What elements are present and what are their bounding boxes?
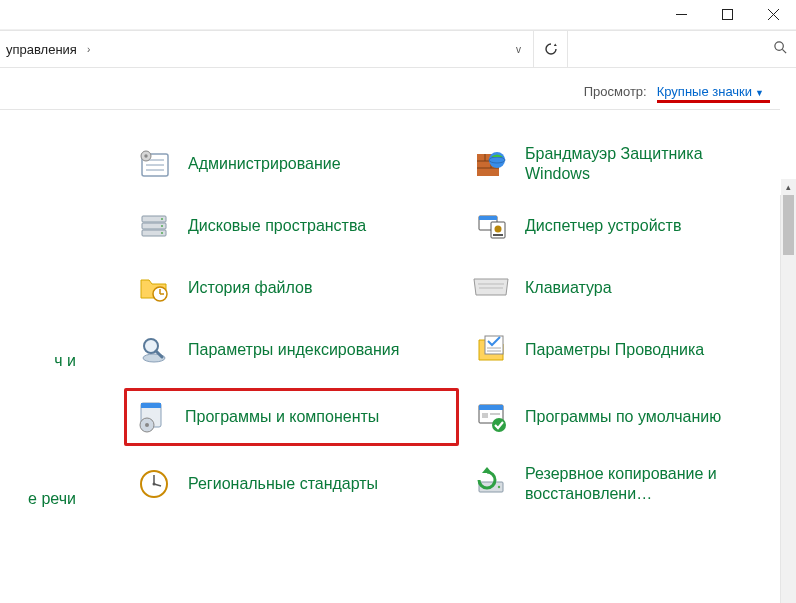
svg-point-24	[161, 225, 163, 227]
svg-rect-30	[493, 234, 503, 236]
item-label: Параметры Проводника	[525, 340, 704, 360]
svg-point-23	[161, 218, 163, 220]
indexing-icon	[134, 330, 174, 370]
scrollbar-thumb[interactable]	[783, 195, 794, 255]
svg-point-29	[495, 226, 502, 233]
history-dropdown-icon[interactable]: v	[510, 44, 527, 55]
item-label: Программы и компоненты	[185, 407, 379, 427]
cropped-left-column: ч и е речи	[0, 110, 80, 596]
close-button[interactable]	[750, 0, 796, 30]
item-label: Дисковые пространства	[188, 216, 366, 236]
svg-point-5	[775, 42, 783, 50]
svg-rect-47	[479, 405, 503, 410]
svg-rect-43	[141, 403, 161, 408]
gear-list-icon	[134, 144, 174, 184]
view-mode-row: Просмотр: Крупные значки▼	[0, 68, 796, 109]
view-mode-dropdown[interactable]: Крупные значки▼	[657, 84, 764, 99]
item-indexing-options[interactable]: Параметры индексирования	[130, 326, 459, 374]
svg-rect-1	[722, 10, 732, 20]
svg-marker-4	[553, 44, 556, 47]
item-default-programs[interactable]: Программы по умолчанию	[467, 388, 796, 446]
item-regional-settings[interactable]: Региональные стандарты	[130, 460, 459, 508]
svg-point-54	[153, 483, 156, 486]
breadcrumb[interactable]: управления › v	[0, 31, 534, 67]
svg-rect-27	[479, 216, 497, 220]
item-label: Администрирование	[188, 154, 341, 174]
breadcrumb-separator-icon[interactable]: ›	[81, 44, 96, 55]
folder-history-icon	[134, 268, 174, 308]
breadcrumb-segment[interactable]: управления	[6, 42, 81, 57]
vertical-scrollbar[interactable]: ▴	[780, 195, 796, 603]
backup-restore-icon	[471, 464, 511, 504]
svg-point-25	[161, 232, 163, 234]
window-titlebar	[0, 0, 796, 30]
programs-icon	[131, 397, 171, 437]
item-label: Резервное копирование и восстановлени…	[525, 464, 745, 504]
item-storage-spaces[interactable]: Дисковые пространства	[130, 202, 459, 250]
svg-line-6	[782, 49, 786, 53]
default-programs-icon	[471, 397, 511, 437]
item-backup-restore[interactable]: Резервное копирование и восстановлени…	[467, 460, 796, 508]
svg-point-18	[489, 152, 505, 168]
svg-point-12	[144, 154, 147, 157]
cropped-label: ч и	[54, 352, 76, 370]
svg-point-45	[145, 423, 149, 427]
item-label: Диспетчер устройств	[525, 216, 681, 236]
scroll-up-icon[interactable]: ▴	[781, 179, 796, 195]
region-clock-icon	[134, 464, 174, 504]
maximize-button[interactable]	[704, 0, 750, 30]
minimize-button[interactable]	[658, 0, 704, 30]
item-label: История файлов	[188, 278, 312, 298]
firewall-icon	[471, 144, 511, 184]
item-label: Параметры индексирования	[188, 340, 399, 360]
svg-point-56	[498, 486, 500, 488]
svg-rect-48	[482, 413, 488, 418]
explorer-options-icon	[471, 330, 511, 370]
search-input[interactable]	[568, 31, 796, 67]
keyboard-icon	[471, 268, 511, 308]
drives-icon	[134, 206, 174, 246]
svg-rect-49	[490, 413, 500, 415]
item-device-manager[interactable]: Диспетчер устройств	[467, 202, 796, 250]
refresh-button[interactable]	[534, 31, 568, 67]
item-label: Клавиатура	[525, 278, 612, 298]
chevron-down-icon: ▼	[755, 88, 764, 98]
item-file-history[interactable]: История файлов	[130, 264, 459, 312]
item-label: Программы по умолчанию	[525, 407, 721, 427]
item-firewall[interactable]: Брандмауэр Защитника Windows	[467, 140, 796, 188]
item-programs-and-features[interactable]: Программы и компоненты	[124, 388, 459, 446]
item-keyboard[interactable]: Клавиатура	[467, 264, 796, 312]
view-mode-value: Крупные значки	[657, 84, 752, 99]
svg-marker-57	[482, 467, 492, 473]
item-label: Брандмауэр Защитника Windows	[525, 144, 745, 184]
address-bar-row: управления › v	[0, 30, 796, 68]
item-administration[interactable]: Администрирование	[130, 140, 459, 188]
view-label: Просмотр:	[584, 84, 647, 99]
control-panel-grid: Администрирование Брандмауэр Защитника W…	[80, 110, 796, 596]
item-label: Региональные стандарты	[188, 474, 378, 494]
search-icon	[773, 40, 788, 58]
content-area: ч и е речи Администрирование Брандмауэр …	[0, 110, 796, 596]
cropped-label: е речи	[28, 490, 76, 508]
item-explorer-options[interactable]: Параметры Проводника	[467, 326, 796, 374]
device-manager-icon	[471, 206, 511, 246]
svg-point-50	[492, 418, 506, 432]
